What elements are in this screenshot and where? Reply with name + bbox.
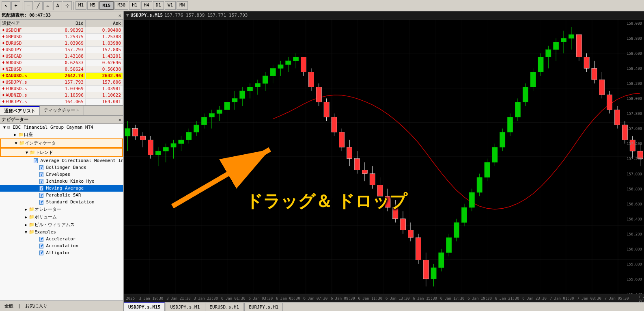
ask-cell: 157.806 [85,79,123,86]
pencil-tool[interactable]: ✏ [43,1,52,10]
panel-tab-ティックチャート[interactable]: ティックチャート [40,106,84,115]
quote-row-eurusd[interactable]: ♦EURUSD 1.03969 1.03980 [0,40,123,47]
arrow-tool[interactable]: ↖ [2,1,11,10]
tree-item-trend[interactable]: ▼📁トレンド [0,148,123,157]
line-tool[interactable]: ╱ [34,1,43,10]
tree-item-admi[interactable]: f Average Directional Movement Inde [0,157,123,164]
quote-row-gbpusd[interactable]: ♦GBPUSD 1.25375 1.25388 [0,34,123,40]
svg-rect-51 [201,117,207,125]
quotes-header: 気配値表示: 08:47:33 ✕ [0,11,123,19]
svg-rect-47 [186,132,192,140]
svg-text:155.800: 155.800 [627,262,642,266]
ask-cell: 157.805 [85,47,123,53]
chart-tab-USDJPYsM15[interactable]: USDJPY.s,M15 [124,302,165,311]
tree-label: Average Directional Movement Inde [41,158,123,163]
svg-rect-67 [263,76,268,84]
time-label-3: 3 Jan 23:30 [194,296,218,300]
tree-label: EBC Financial Group Cayman MT4 [13,125,93,130]
svg-rect-75 [293,57,299,61]
panel-tab-通貨ペアリスト[interactable]: 通貨ペアリスト [0,106,40,115]
timeframe-H4[interactable]: H4 [141,1,152,10]
tree-item-envelopes[interactable]: f Envelopes [0,171,123,178]
tree-item-examples[interactable]: ▼📁Examples [0,229,123,235]
svg-text:157.400: 157.400 [627,142,642,146]
quote-row-eurusds[interactable]: ♦EURUSD.s 1.03969 1.03981 [0,86,123,92]
timeframe-D1[interactable]: D1 [153,1,164,10]
timeframe-M30[interactable]: M30 [114,1,128,10]
ask-cell: 2642.96 [85,73,123,79]
tree-item-accumulation[interactable]: f Accumulation [0,242,123,249]
tree-item-account[interactable]: ▶📁口座 [0,131,123,138]
navigator-tree[interactable]: ▼⊟ EBC Financial Group Cayman MT4 ▶📁口座 ▼… [0,124,123,300]
left-panel: 気配値表示: 08:47:33 ✕ 通貨ペア Bid Ask ♦USDCHF 0… [0,11,124,311]
svg-rect-49 [194,125,199,132]
svg-text:157.600: 157.600 [627,127,642,131]
tree-item-ma[interactable]: f Moving Average [0,185,123,192]
quote-row-audnzds[interactable]: ♦AUDNZD.s 1.10596 1.10622 [0,92,123,99]
svg-rect-45 [179,140,184,143]
bid-cell: 157.793 [48,47,85,53]
crosshair-tool[interactable]: + [11,1,20,10]
quote-row-audusd[interactable]: ♦AUDUSD 0.62633 0.62646 [0,60,123,66]
timeframe-H1[interactable]: H1 [129,1,140,10]
tree-item-accelerator[interactable]: f Accelerator [0,235,123,242]
tree-item-stddev[interactable]: f Standard Deviation [0,199,123,205]
timeframe-W1[interactable]: W1 [165,1,176,10]
timeframe-M1[interactable]: M1 [75,1,86,10]
chart-tab-USDJPYsM1[interactable]: USDJPY.s,M1 [166,303,204,311]
ask-cell: 1.43201 [85,53,123,60]
quote-row-usdchf[interactable]: ♦USDCHF 0.90392 0.90408 [0,27,123,34]
chart-symbol: USDJPY.s,M15 [131,13,163,18]
symbol-cell: ♦USDJPY [0,47,48,53]
svg-text:156.000: 156.000 [627,247,642,251]
svg-rect-61 [240,91,245,99]
svg-rect-115 [446,238,452,253]
svg-text:156.200: 156.200 [627,232,642,236]
quote-row-usdcad[interactable]: ♦USDCAD 1.43188 1.43201 [0,53,123,60]
quote-row-xauusds[interactable]: ♦XAUUSD.s 2642.74 2642.96 [0,73,123,79]
nav-sep: | [18,303,21,309]
time-label-8: 6 Jan 09:30 [331,296,355,300]
tree-item-indicators[interactable]: ▼📁インディケータ [0,138,123,148]
timeframe-M5[interactable]: M5 [87,1,98,10]
timeframe-M15[interactable]: M15 [99,1,114,10]
quote-row-nzdusd[interactable]: ♦NZDUSD 0.56624 0.56638 [0,66,123,73]
bottom-nav-全般[interactable]: 全般 [2,302,16,310]
tree-item-ebc[interactable]: ▼⊟ EBC Financial Group Cayman MT4 [0,124,123,131]
tree-item-bb[interactable]: f Bollinger Bands [0,164,123,171]
time-label-14: 6 Jan 21:30 [495,296,519,300]
svg-rect-151 [584,57,589,69]
tree-item-alligator[interactable]: f Alligator [0,249,123,256]
navigator-close-btn[interactable]: ✕ [118,117,121,123]
cursor-tool[interactable]: ⊹ [63,1,72,10]
tree-label: Envelopes [46,172,71,177]
svg-text:158.800: 158.800 [627,37,642,41]
tree-item-volume[interactable]: ▶📁ボリューム [0,213,123,221]
quote-row-usdjpys[interactable]: ♦USDJPY.s 157.793 157.806 [0,79,123,86]
hline-tool[interactable]: — [24,1,33,10]
svg-rect-157 [607,95,612,110]
tree-item-ichimoku[interactable]: f Ichimoku Kinko Hyo [0,178,123,185]
ask-cell: 0.62646 [85,60,123,66]
quote-row-usdjpy[interactable]: ♦USDJPY 157.793 157.805 [0,47,123,53]
symbol-cell: ♦XAUUSD.s [0,73,48,79]
svg-rect-71 [278,65,283,68]
symbol-cell: ♦EURUSD [0,40,48,47]
time-label-7: 6 Jan 07:30 [304,296,328,300]
tree-label: インディケータ [25,140,56,146]
chart-canvas[interactable]: 155.400155.600155.800156.000156.200156.4… [124,19,644,294]
svg-rect-97 [377,185,383,196]
time-label-1: 3 Jan 19:30 [139,296,164,300]
quotes-close-btn[interactable]: ✕ [118,13,121,18]
timeframe-MN[interactable]: MN [177,1,187,10]
svg-rect-31 [125,129,130,136]
text-tool[interactable]: A [53,1,62,10]
chart-tab-EURJPYsH1[interactable]: EURJPY.s,H1 [244,303,283,311]
quote-row-eurjpys[interactable]: ♦EURJPY.s 164.065 164.081 [0,99,123,105]
tree-item-oscillators[interactable]: ▶📁オシレーター [0,205,123,213]
svg-rect-85 [332,117,337,132]
tree-item-bill[interactable]: ▶📁ビル・ウィリアムス [0,221,123,229]
bottom-nav-お気に入り[interactable]: お気に入り [22,302,50,310]
chart-tab-EURUSDsH1[interactable]: EURUSD.s,H1 [205,303,243,311]
tree-item-sar[interactable]: f Parabolic SAR [0,192,123,199]
